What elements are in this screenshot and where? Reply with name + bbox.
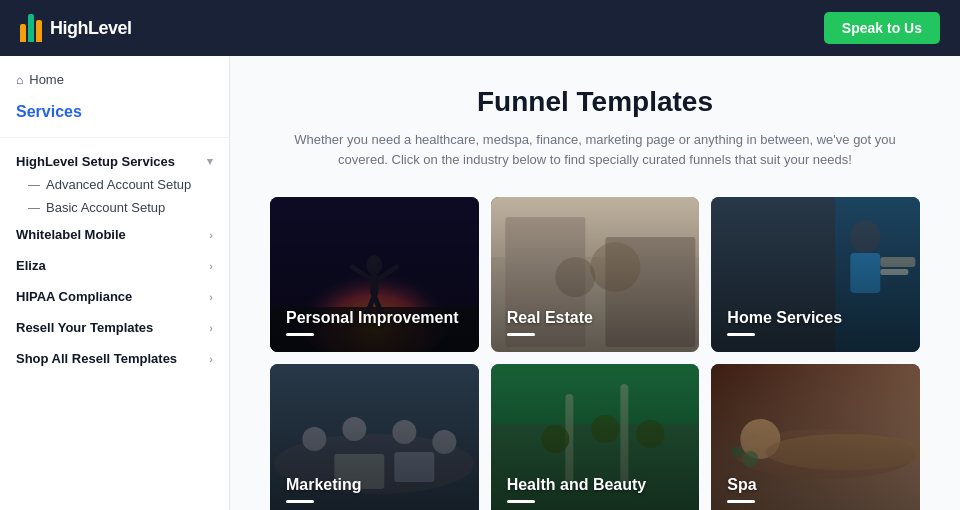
card-marketing[interactable]: Marketing — [270, 364, 479, 510]
logo: HighLevel — [20, 14, 132, 42]
chevron-down-icon: ▾ — [207, 155, 213, 168]
card-home-services[interactable]: Home Services — [711, 197, 920, 352]
chevron-right-icon: › — [209, 260, 213, 272]
header: HighLevel Speak to Us — [0, 0, 960, 56]
logo-text: HighLevel — [50, 18, 132, 39]
page-title: Funnel Templates — [270, 86, 920, 118]
card-underline — [727, 333, 755, 336]
card-health-beauty[interactable]: Health and Beauty — [491, 364, 700, 510]
sidebar-item-eliza[interactable]: Eliza › — [0, 250, 229, 281]
chevron-right-icon: › — [209, 291, 213, 303]
dash-icon: — — [28, 201, 40, 215]
card-spa[interactable]: Spa — [711, 364, 920, 510]
card-personal-improvement[interactable]: Personal Improvement — [270, 197, 479, 352]
sidebar-item-basic-setup[interactable]: — Basic Account Setup — [0, 196, 229, 219]
card-label-spa: Spa — [727, 476, 756, 503]
page-layout: ⌂ Home Services HighLevel Setup Services… — [0, 56, 960, 510]
card-label-homeservices: Home Services — [727, 309, 842, 336]
breadcrumb[interactable]: ⌂ Home — [0, 72, 229, 99]
card-label-realestate: Real Estate — [507, 309, 593, 336]
main-content: Funnel Templates Whether you need a heal… — [230, 56, 960, 510]
sidebar-item-shop-resell[interactable]: Shop All Resell Templates › — [0, 343, 229, 374]
sidebar-item-resell-templates[interactable]: Resell Your Templates › — [0, 312, 229, 343]
speak-to-us-button[interactable]: Speak to Us — [824, 12, 940, 44]
card-underline — [507, 333, 535, 336]
sidebar: ⌂ Home Services HighLevel Setup Services… — [0, 56, 230, 510]
card-underline — [507, 500, 535, 503]
home-icon: ⌂ — [16, 73, 23, 87]
chevron-right-icon: › — [209, 353, 213, 365]
card-underline — [727, 500, 755, 503]
templates-grid: Personal Improvement — [270, 197, 920, 510]
chevron-right-icon: › — [209, 322, 213, 334]
card-label-personal: Personal Improvement — [286, 309, 459, 336]
dash-icon: — — [28, 178, 40, 192]
chevron-right-icon: › — [209, 229, 213, 241]
card-label-health: Health and Beauty — [507, 476, 647, 503]
sidebar-group-setup[interactable]: HighLevel Setup Services ▾ — [0, 146, 229, 173]
sidebar-item-hipaa[interactable]: HIPAA Compliance › — [0, 281, 229, 312]
logo-icon — [20, 14, 42, 42]
sidebar-group-setup-label: HighLevel Setup Services — [16, 154, 175, 169]
card-label-marketing: Marketing — [286, 476, 362, 503]
sidebar-active-label: Services — [0, 99, 229, 138]
sidebar-item-advanced-setup[interactable]: — Advanced Account Setup — [0, 173, 229, 196]
sidebar-item-whitelabel[interactable]: Whitelabel Mobile › — [0, 219, 229, 250]
breadcrumb-home[interactable]: Home — [29, 72, 64, 87]
card-underline — [286, 500, 314, 503]
page-subtitle: Whether you need a healthcare, medspa, f… — [270, 130, 920, 169]
card-underline — [286, 333, 314, 336]
card-real-estate[interactable]: Real Estate — [491, 197, 700, 352]
